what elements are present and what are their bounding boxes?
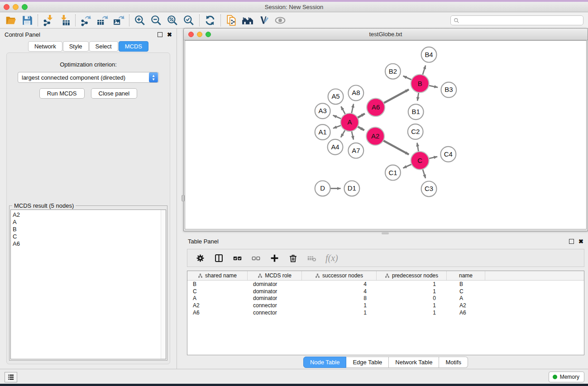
tab-select[interactable]: Select — [89, 41, 118, 52]
show-panels-button[interactable] — [5, 372, 17, 382]
node-B1[interactable]: B1 — [408, 104, 424, 119]
edge-A-A7[interactable] — [352, 131, 354, 140]
node-A2[interactable]: A2 — [366, 127, 384, 145]
table-cell[interactable]: A6 — [447, 310, 485, 316]
result-item[interactable]: B — [13, 226, 166, 233]
table-cell[interactable]: C — [187, 288, 248, 295]
save-session-icon[interactable] — [19, 14, 35, 27]
edge-A-A2[interactable] — [358, 127, 364, 130]
table-row[interactable]: A2connector11A2 — [187, 302, 584, 309]
table-cell[interactable]: connector — [248, 302, 302, 309]
edge-A-A4[interactable] — [341, 130, 345, 137]
memory-button[interactable]: Memory — [549, 372, 584, 382]
node-A[interactable]: A — [340, 113, 359, 131]
node-C3[interactable]: C3 — [421, 181, 437, 197]
export-table-icon[interactable] — [94, 14, 110, 27]
table-cell[interactable]: B — [447, 281, 485, 287]
table-row[interactable]: Cdominator41C — [187, 288, 584, 295]
column-header-shared-name[interactable]: shared name — [187, 271, 248, 280]
edge-B-B2[interactable] — [403, 76, 412, 80]
result-item[interactable]: A6 — [13, 240, 166, 248]
table-cell[interactable]: 0 — [377, 295, 447, 301]
show-columns-icon[interactable] — [214, 253, 224, 263]
node-B4[interactable]: B4 — [421, 47, 437, 62]
table-settings-icon[interactable] — [196, 253, 205, 263]
node-A3[interactable]: A3 — [315, 103, 330, 119]
tab-mcds[interactable]: MCDS — [119, 41, 148, 52]
table-cell[interactable]: 8 — [302, 295, 377, 301]
node-A1[interactable]: A1 — [315, 124, 330, 140]
result-item[interactable]: A — [13, 219, 166, 226]
network-snapshot-icon[interactable] — [223, 14, 239, 27]
import-table-icon[interactable] — [57, 14, 73, 27]
column-header-predecessor-nodes[interactable]: predecessor nodes — [377, 271, 447, 280]
node-D1[interactable]: D1 — [344, 181, 359, 196]
node-A7[interactable]: A7 — [348, 143, 363, 158]
edge-A-A8[interactable] — [352, 104, 354, 114]
edge-B-B3[interactable] — [429, 86, 438, 87]
home-icon[interactable] — [239, 14, 256, 27]
result-item[interactable]: A2 — [13, 211, 166, 219]
node-A4[interactable]: A4 — [328, 139, 343, 155]
vizmapper-icon[interactable] — [256, 14, 272, 27]
tab-motifs[interactable]: Motifs — [439, 357, 468, 368]
node-A6[interactable]: A6 — [367, 98, 385, 116]
node-B3[interactable]: B3 — [441, 82, 456, 98]
edge-C-C2[interactable] — [417, 143, 419, 152]
show-hide-eye-icon[interactable] — [272, 14, 288, 27]
table-cell[interactable]: A2 — [447, 302, 485, 309]
node-C1[interactable]: C1 — [385, 165, 401, 181]
tab-network[interactable]: Network — [28, 41, 62, 52]
table-cell[interactable]: connector — [248, 310, 302, 316]
table-cell[interactable]: dominator — [248, 288, 302, 295]
table-cell[interactable]: 1 — [377, 288, 447, 295]
open-session-icon[interactable] — [3, 14, 19, 27]
select-all-icon[interactable] — [233, 253, 242, 263]
node-C4[interactable]: C4 — [440, 147, 456, 162]
edge-A2-C[interactable] — [383, 141, 409, 155]
close-panel-button[interactable]: Close panel — [91, 88, 138, 99]
node-D[interactable]: D — [315, 181, 330, 196]
close-panel-icon[interactable]: ✖ — [167, 31, 172, 38]
column-header-name[interactable]: name — [447, 271, 485, 280]
table-cell[interactable]: A2 — [187, 302, 248, 309]
float-table-panel-icon[interactable] — [569, 239, 574, 244]
float-panel-icon[interactable] — [158, 32, 163, 37]
edge-C-C1[interactable] — [403, 164, 412, 168]
delete-column-icon[interactable] — [288, 253, 298, 263]
table-cell[interactable]: dominator — [248, 295, 302, 301]
table-cell[interactable]: 1 — [377, 302, 447, 309]
node-C2[interactable]: C2 — [408, 124, 423, 139]
zoom-selected-icon[interactable] — [181, 14, 197, 27]
edge-B-B1[interactable] — [417, 92, 419, 100]
table-row[interactable]: A6connector11A6 — [187, 309, 584, 316]
horizontal-divider-grip[interactable] — [382, 232, 389, 234]
node-B2[interactable]: B2 — [385, 64, 401, 79]
table-cell[interactable]: A — [187, 295, 248, 301]
edge-A6-B[interactable] — [384, 90, 409, 103]
edge-A-A1[interactable] — [333, 125, 341, 128]
tab-node-table[interactable]: Node Table — [303, 357, 347, 368]
import-network-icon[interactable] — [40, 14, 57, 27]
edge-A-A5[interactable] — [341, 106, 345, 114]
function-builder-icon[interactable]: f(x) — [325, 253, 338, 263]
deselect-all-icon[interactable] — [251, 253, 261, 263]
table-cell[interactable]: 1 — [302, 310, 377, 316]
tab-style[interactable]: Style — [63, 41, 89, 52]
delete-table-icon[interactable] — [307, 253, 316, 263]
panel-divider-grip[interactable] — [182, 195, 185, 201]
mcds-result-list[interactable]: A2ABCA6 — [10, 210, 166, 359]
zoom-in-icon[interactable] — [132, 14, 148, 27]
table-cell[interactable]: 1 — [377, 310, 447, 316]
node-B[interactable]: B — [411, 75, 429, 93]
export-image-icon[interactable] — [110, 14, 127, 27]
node-A5[interactable]: A5 — [328, 89, 344, 104]
table-cell[interactable]: 4 — [302, 281, 377, 287]
edge-C-C4[interactable] — [429, 157, 437, 158]
node-A8[interactable]: A8 — [348, 86, 363, 101]
network-window-titlebar[interactable]: testGlobe.txt — [184, 29, 588, 40]
search-field[interactable] — [450, 15, 583, 25]
column-header-successor-nodes[interactable]: successor nodes — [302, 271, 377, 280]
criterion-dropdown[interactable]: largest connected component (directed) ▲… — [18, 72, 159, 83]
add-column-icon[interactable] — [270, 253, 279, 263]
